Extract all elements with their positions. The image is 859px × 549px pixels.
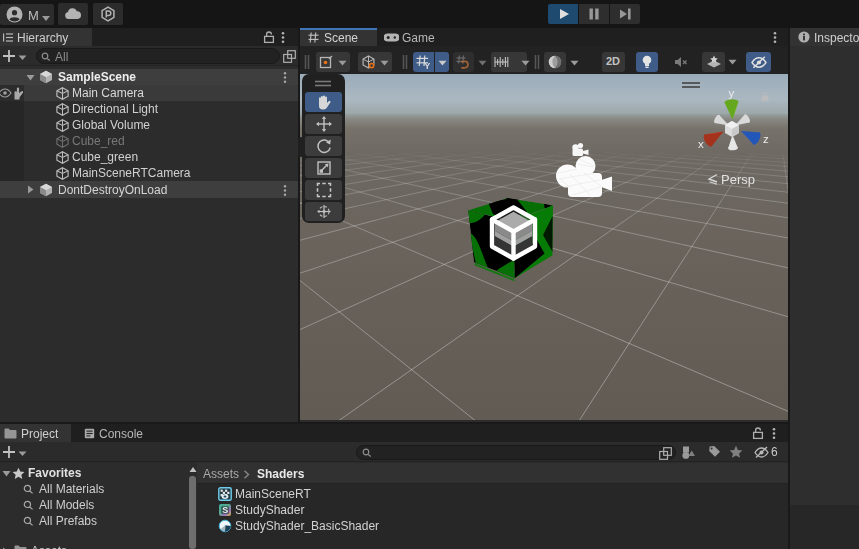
- svg-text:z: z: [763, 133, 769, 145]
- svg-text:Persp: Persp: [721, 172, 755, 187]
- svg-text:S: S: [222, 505, 228, 515]
- svg-text:y: y: [729, 87, 735, 99]
- svg-text:x: x: [698, 138, 704, 150]
- svg-text:Y: Y: [424, 61, 430, 69]
